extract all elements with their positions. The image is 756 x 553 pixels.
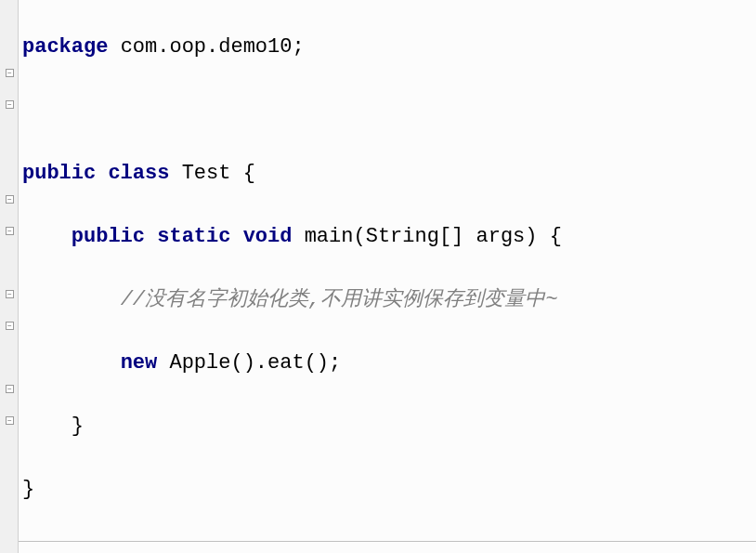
- keyword-class: class: [108, 162, 169, 185]
- fold-marker-icon[interactable]: −: [6, 322, 14, 330]
- package-name: com.oop.demo10: [121, 35, 293, 59]
- fold-marker-icon[interactable]: −: [6, 416, 14, 425]
- keyword-public: public: [22, 162, 96, 185]
- fold-marker-icon[interactable]: −: [6, 100, 14, 109]
- code-line: //没有名字初始化类,不用讲实例保存到变量中~: [22, 284, 756, 316]
- brace: }: [72, 415, 84, 438]
- method-signature: main(String[] args) {: [305, 225, 562, 248]
- code-line: new Apple().eat();: [22, 348, 756, 379]
- code-line: public class Test {: [22, 158, 756, 190]
- fold-marker-icon[interactable]: −: [6, 195, 14, 204]
- class-name: Test: [182, 162, 231, 185]
- editor-gutter: − − − − − − − −: [0, 0, 19, 553]
- code-line: public static void main(String[] args) {: [22, 221, 756, 253]
- code-editor[interactable]: package com.oop.demo10; public class Tes…: [22, 0, 756, 553]
- keyword-package: package: [22, 35, 108, 59]
- fold-marker-icon[interactable]: −: [6, 69, 14, 77]
- fold-marker-icon[interactable]: −: [6, 385, 14, 393]
- fold-marker-icon[interactable]: −: [6, 290, 14, 298]
- fold-marker-icon[interactable]: −: [6, 227, 14, 235]
- expression: Apple().eat();: [169, 351, 341, 375]
- semicolon: ;: [292, 35, 304, 59]
- code-line: package com.oop.demo10;: [22, 32, 756, 63]
- code-line: }: [22, 411, 756, 442]
- keyword-public: public: [72, 225, 145, 248]
- class-separator: [0, 541, 756, 542]
- code-line: }: [22, 474, 756, 506]
- keyword-void: void: [243, 225, 293, 248]
- code-line: [22, 95, 756, 126]
- keyword-new: new: [121, 351, 158, 375]
- comment-text: //没有名字初始化类,不用讲实例保存到变量中~: [121, 288, 558, 311]
- keyword-static: static: [157, 225, 230, 248]
- brace: }: [22, 478, 34, 501]
- brace: {: [243, 162, 255, 185]
